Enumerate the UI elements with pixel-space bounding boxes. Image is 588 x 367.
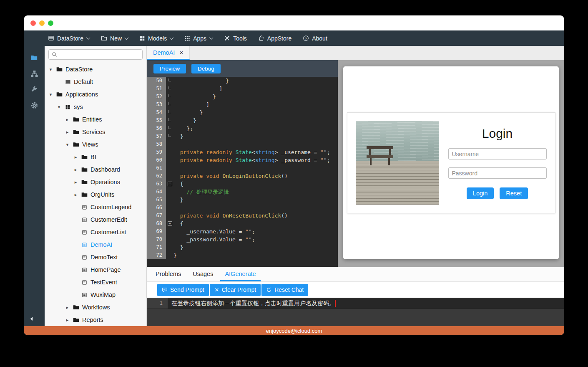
fold-collapse-icon[interactable]: −	[166, 180, 173, 188]
tree-item-customerlist[interactable]: CustomerList	[45, 226, 146, 238]
line-number: 54	[147, 109, 166, 116]
view-icon	[81, 280, 88, 285]
tree-item-wuximap[interactable]: WuxiMap	[45, 289, 146, 301]
tree-item-workflows[interactable]: ▸Workflows	[45, 301, 146, 314]
prompt-editor[interactable]: 1 在登录按钮右侧添加一个重置按钮，点击时重置用户名及密码。	[147, 298, 564, 326]
tree-item-entities[interactable]: ▸Entities	[45, 113, 146, 126]
caret-down-icon[interactable]: ▾	[56, 104, 62, 110]
code-text: private readonly State<string> _username…	[173, 148, 330, 156]
tree-item-reports[interactable]: ▸Reports	[45, 314, 146, 326]
rail-explorer-button[interactable]	[27, 50, 42, 65]
code-text: }	[173, 77, 229, 85]
caret-right-icon[interactable]: ▸	[73, 154, 78, 160]
debug-button[interactable]: Debug	[191, 64, 221, 73]
code-line-66: 66	[147, 204, 338, 212]
fold-gutter	[166, 228, 173, 235]
tree-item-views[interactable]: ▾Views	[45, 138, 146, 151]
search-input[interactable]	[59, 52, 139, 58]
caret-down-icon[interactable]: ▾	[48, 92, 53, 97]
tree-item-sys[interactable]: ▾sys	[45, 101, 146, 113]
tree-item-datastore[interactable]: ▾DataStore	[45, 63, 146, 76]
tree-item-applications[interactable]: ▾Applications	[45, 88, 146, 101]
caret-right-icon[interactable]: ▸	[65, 305, 70, 310]
username-input[interactable]	[448, 148, 547, 159]
tree-item-customlegend[interactable]: CustomLegend	[45, 201, 146, 213]
folder-icon	[81, 191, 88, 198]
code-line-65: 65 }	[147, 196, 338, 204]
reset-chat-button[interactable]: Reset Chat	[261, 284, 308, 296]
tree-item-default[interactable]: Default	[45, 76, 146, 88]
menu-item-label: Tools	[233, 35, 247, 42]
tree-item-services[interactable]: ▸Services	[45, 126, 146, 138]
menu-item-about[interactable]: ?About	[303, 35, 327, 42]
caret-right-icon[interactable]: ▸	[73, 180, 78, 185]
menu-item-new[interactable]: New	[101, 35, 128, 42]
code-area[interactable]: 50 }51 ]52 }53 ]54 }55 }56 };57 }5859 pr…	[147, 77, 338, 267]
rail-items	[27, 50, 42, 114]
tree-item-bi[interactable]: ▸BI	[45, 151, 146, 163]
password-input[interactable]	[448, 167, 547, 179]
reset-button[interactable]: Reset	[500, 187, 528, 199]
tree-item-label: Applications	[65, 91, 98, 98]
sidebar: ▾DataStoreDefault▾Applications▾sys▸Entit…	[45, 46, 147, 326]
tree-item-dashboard[interactable]: ▸Dashboard	[45, 163, 146, 176]
tree-item-demoai[interactable]: DemoAI	[45, 238, 146, 251]
fold-collapse-icon[interactable]: −	[166, 220, 173, 228]
tab-aigenerate[interactable]: AIGenerate	[220, 267, 260, 281]
tree-item-label: Entities	[82, 116, 102, 123]
login-button[interactable]: Login	[467, 187, 494, 199]
code-text: {	[173, 220, 183, 228]
preview-button[interactable]: Preview	[153, 64, 186, 73]
caret-right-icon[interactable]: ▸	[73, 192, 78, 197]
close-tab-icon[interactable]: ×	[179, 49, 183, 56]
tree-item-testevent[interactable]: TestEvent	[45, 276, 146, 289]
explorer-tree: ▾DataStoreDefault▾Applications▾sys▸Entit…	[45, 62, 146, 326]
menu-item-label: Apps	[193, 35, 206, 42]
login-title: Login	[448, 127, 547, 141]
caret-right-icon[interactable]: ▸	[73, 167, 78, 172]
rail-tools-button[interactable]	[27, 82, 42, 97]
folder-icon	[30, 54, 38, 61]
line-number: 50	[147, 77, 166, 85]
code-line-54: 54 }	[147, 109, 338, 116]
fold-gutter	[166, 124, 173, 132]
login-photo	[356, 121, 439, 205]
caret-right-icon[interactable]: ▸	[65, 117, 70, 122]
close-window-button[interactable]	[30, 20, 36, 26]
tree-item-operations[interactable]: ▸Operations	[45, 176, 146, 188]
bottom-panel: Problems Usages AIGenerate Send PromptCl…	[147, 267, 564, 326]
menu-item-tools[interactable]: Tools	[224, 35, 247, 42]
line-number: 64	[147, 188, 166, 196]
menu-item-label: AppStore	[267, 35, 291, 42]
fold-gutter	[166, 212, 173, 220]
collapse-sidebar-button[interactable]	[30, 315, 33, 323]
caret-down-icon[interactable]: ▾	[48, 67, 53, 72]
tab-usages[interactable]: Usages	[188, 267, 218, 281]
minimize-window-button[interactable]	[39, 20, 45, 26]
zoom-window-button[interactable]	[48, 20, 53, 26]
fold-gutter	[166, 204, 173, 212]
menu-item-appstore[interactable]: AppStore	[258, 35, 291, 42]
menu-item-models[interactable]: Models	[139, 35, 173, 42]
tab-problems[interactable]: Problems	[151, 267, 186, 281]
tree-item-homepage[interactable]: HomePage	[45, 263, 146, 276]
login-form: Login Login Reset	[448, 121, 547, 205]
tree-item-label: CustomerList	[90, 229, 126, 235]
caret-right-icon[interactable]: ▸	[65, 317, 70, 323]
fold-gutter	[166, 235, 173, 243]
code-line-53: 53 ]	[147, 101, 338, 109]
tree-item-orgunits[interactable]: ▸OrgUnits	[45, 188, 146, 201]
ai-actions-bar: Send PromptClear PromptReset Chat	[147, 282, 564, 298]
caret-down-icon[interactable]: ▾	[65, 142, 70, 147]
rail-settings-button[interactable]	[27, 98, 42, 113]
tab-demoai[interactable]: DemoAI ×	[147, 46, 190, 60]
clear-prompt-button[interactable]: Clear Prompt	[210, 284, 261, 296]
tree-item-demotext[interactable]: DemoText	[45, 251, 146, 263]
send-prompt-button[interactable]: Send Prompt	[157, 284, 209, 296]
rail-designer-button[interactable]	[27, 66, 42, 81]
caret-right-icon[interactable]: ▸	[65, 129, 70, 135]
menu-item-datastore[interactable]: DataStore	[48, 35, 90, 42]
menu-item-apps[interactable]: Apps	[184, 35, 213, 42]
code-text: {	[173, 180, 183, 188]
tree-item-customeredit[interactable]: CustomerEdit	[45, 213, 146, 226]
